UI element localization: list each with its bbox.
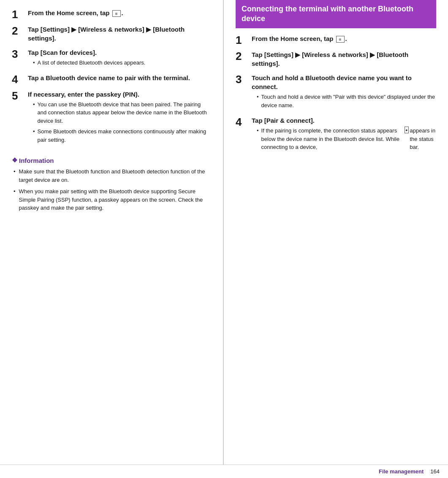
right-step-4: 4 Tap [Pair & connect]. If the pairing i…	[236, 116, 436, 154]
right-step-3: 3 Touch and hold a Bluetooth device name…	[236, 73, 436, 112]
info-bullet-2: When you make pair setting with the Blue…	[14, 187, 211, 212]
step-content-1: From the Home screen, tap ≡.	[28, 8, 211, 19]
step-number-1: 1	[12, 8, 28, 21]
section-header: Connecting the terminal with another Blu…	[236, 0, 436, 28]
step-content-5: If necessary, enter the passkey (PIN). Y…	[28, 90, 211, 147]
step-content-4: Tap a Bluetooth device name to pair with…	[28, 73, 211, 84]
right-step-bullet-4-1: If the pairing is complete, the connecti…	[257, 127, 436, 151]
step-number-3: 3	[12, 48, 28, 60]
right-step-content-2: Tap [Settings] ▶ [Wireless & networks] ▶…	[252, 50, 436, 69]
step-title-2: Tap [Settings] ▶ [Wireless & networks] ▶…	[28, 25, 211, 43]
step-title-4: Tap a Bluetooth device name to pair with…	[28, 73, 211, 82]
step-bullets-5: You can use the Bluetooth device that ha…	[33, 100, 211, 144]
step-number-2: 2	[12, 25, 28, 37]
footer-page-number: 164	[430, 468, 440, 475]
step-title-3: Tap [Scan for devices].	[28, 48, 211, 57]
step-bullet-3-1: A list of detected Bluetooth devices app…	[33, 59, 211, 67]
right-step-bullets-3: Touch and hold a device with "Pair with …	[257, 93, 436, 109]
right-step-bullet-3-1: Touch and hold a device with "Pair with …	[257, 93, 436, 109]
step-content-2: Tap [Settings] ▶ [Wireless & networks] ▶…	[28, 25, 211, 44]
information-title: ❖ Information	[12, 157, 211, 164]
right-step-1: 1 From the Home screen, tap ≡.	[236, 34, 436, 46]
left-step-1: 1 From the Home screen, tap ≡.	[12, 8, 211, 21]
right-step-number-4: 4	[236, 116, 252, 128]
diamond-icon: ❖	[12, 157, 17, 164]
footer-section-label: File management	[379, 468, 424, 475]
home-menu-icon: ≡	[112, 10, 121, 17]
right-step-content-1: From the Home screen, tap ≡.	[252, 34, 436, 44]
right-step-title-2: Tap [Settings] ▶ [Wireless & networks] ▶…	[252, 50, 436, 68]
step-bullet-5-1: You can use the Bluetooth device that ha…	[33, 100, 211, 125]
right-step-content-3: Touch and hold a Bluetooth device name y…	[252, 73, 436, 112]
info-bullet-1: Make sure that the Bluetooth function an…	[14, 167, 211, 184]
left-step-5: 5 If necessary, enter the passkey (PIN).…	[12, 90, 211, 147]
left-step-2: 2 Tap [Settings] ▶ [Wireless & networks]…	[12, 25, 211, 44]
right-step-number-3: 3	[236, 73, 252, 86]
right-column: Connecting the terminal with another Blu…	[224, 0, 448, 464]
right-step-title-3: Touch and hold a Bluetooth device name y…	[252, 73, 436, 91]
right-step-title-1: From the Home screen, tap ≡.	[252, 34, 436, 43]
right-step-2: 2 Tap [Settings] ▶ [Wireless & networks]…	[236, 50, 436, 69]
right-home-menu-icon: ≡	[336, 36, 345, 43]
left-step-4: 4 Tap a Bluetooth device name to pair wi…	[12, 73, 211, 86]
step-title-5: If necessary, enter the passkey (PIN).	[28, 90, 211, 99]
information-bullets: Make sure that the Bluetooth function an…	[14, 167, 211, 212]
step-bullet-5-2: Some Bluetooth devices make connections …	[33, 127, 211, 144]
left-column: 1 From the Home screen, tap ≡. 2 Tap [Se…	[0, 0, 224, 464]
right-step-number-1: 1	[236, 34, 252, 46]
step-number-5: 5	[12, 90, 28, 102]
right-step-bullets-4: If the pairing is complete, the connecti…	[257, 127, 436, 151]
step-bullets-3: A list of detected Bluetooth devices app…	[33, 59, 211, 67]
right-step-content-4: Tap [Pair & connect]. If the pairing is …	[252, 116, 436, 154]
information-section: ❖ Information Make sure that the Bluetoo…	[12, 157, 211, 216]
step-title-1: From the Home screen, tap ≡.	[28, 8, 211, 17]
page-footer: File management 164	[0, 464, 448, 478]
left-step-3: 3 Tap [Scan for devices]. A list of dete…	[12, 48, 211, 70]
right-step-number-2: 2	[236, 50, 252, 62]
step-content-3: Tap [Scan for devices]. A list of detect…	[28, 48, 211, 70]
right-step-title-4: Tap [Pair & connect].	[252, 116, 436, 125]
step-number-4: 4	[12, 73, 28, 86]
bluetooth-status-icon: ✦	[405, 127, 409, 133]
